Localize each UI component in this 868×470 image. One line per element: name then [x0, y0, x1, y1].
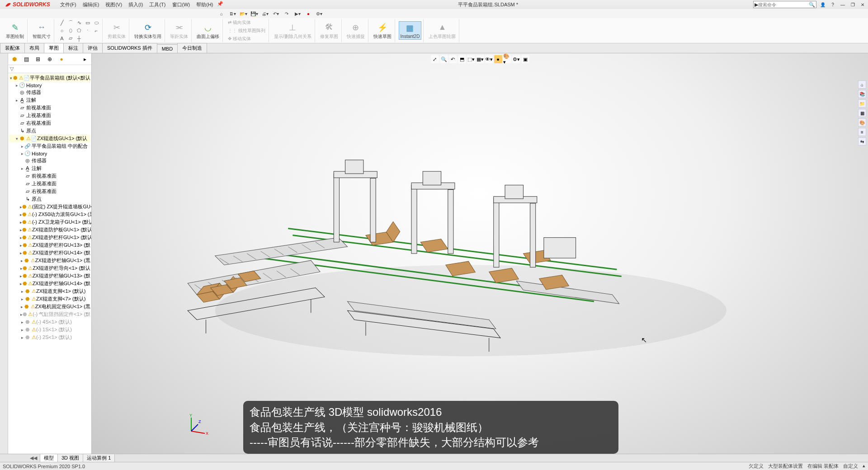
arc-tool[interactable]: ⌒ [66, 19, 75, 27]
new-icon[interactable]: 🗎▾ [228, 9, 237, 18]
orientation-triad[interactable]: Y X Z [187, 413, 209, 436]
display-tab-icon[interactable]: ⊕ [45, 55, 54, 64]
tree-part-item[interactable]: ▸⬣⚠(-) 气缸阻挡固定件<1> (默 [9, 310, 90, 318]
tree-part-item[interactable]: ▸⬣⚠ZX辊道支脚<7> (默认) [9, 295, 90, 303]
tree-part-item[interactable]: ▸⬣⚠ZX辊道防护板GU<1> (默认 [9, 226, 90, 234]
properties-tab-icon[interactable]: ⊞ [33, 55, 42, 64]
search-input[interactable] [758, 2, 809, 7]
help-icon[interactable]: ? [829, 1, 836, 8]
tree-part-item[interactable]: ▸⬣⚠(-) 2S<1> (默认) [9, 334, 90, 341]
tab-annotate[interactable]: 标注 [63, 43, 83, 53]
restore-button[interactable]: ❐ [849, 1, 856, 8]
menu-tools[interactable]: 工具(T) [146, 1, 168, 9]
tab-today[interactable]: 今日制造 [177, 43, 207, 53]
print-icon[interactable]: 🖨▾ [260, 9, 269, 18]
polygon-tool[interactable]: ⬠ [75, 27, 83, 34]
plane-tool[interactable]: ▱ [66, 35, 75, 42]
tab-3dview[interactable]: 3D 视图 [57, 454, 83, 462]
tree-expand-icon[interactable]: ▸ [80, 55, 90, 64]
trim-button[interactable]: ✂剪裁实体 [106, 21, 127, 40]
tree-part-item[interactable]: ▸⬣⚠ZX辊道支脚<1> (默认) [9, 287, 90, 295]
fillet-tool[interactable]: ⌐ [92, 27, 100, 34]
tree-annotations2[interactable]: ▸A̲注解 [9, 164, 90, 172]
redo-icon[interactable]: ↷ [282, 9, 291, 18]
tree-part-item[interactable]: ▸⬣⚠(-) ZX卫龙箱子GU<1> (默认 [9, 218, 90, 226]
tab-layout[interactable]: 布局 [24, 43, 44, 53]
tree-right-plane[interactable]: ▱右视基准面 [9, 119, 90, 127]
tree-top2[interactable]: ▱上视基准面 [9, 180, 90, 188]
tree-part-item[interactable]: ▸⬣⚠(固定) ZX提升辊道墙板GU< [9, 203, 90, 211]
menu-window[interactable]: 窗口(W) [170, 1, 193, 9]
tab-model[interactable]: 模型 [40, 454, 58, 462]
graphics-viewport[interactable]: ⤢ 🔍 ↶ ⬒ ⬚▾ ▦▾ 👁▾ ● 🎨▾ ⚙▾ ▣ ⌂ 📚 📁 ▦ 🎨 ≡ ⇆ [92, 53, 868, 454]
rapid-sketch-button[interactable]: ⚡快速草图 [372, 21, 393, 40]
sketch-draw-button[interactable]: ✎ 草图绘制 [5, 21, 25, 40]
appearance-tab-icon[interactable]: ● [57, 55, 66, 64]
tree-sensors[interactable]: ◎传感器 [9, 89, 90, 96]
tree-part-item[interactable]: ▸⬣⚠ZX辊道护栏杆GU<13> (默 [9, 241, 90, 249]
instant2d-button[interactable]: ▦Instant2D [399, 21, 422, 40]
offset-surface-button[interactable]: ◡曲面上偏移 [195, 21, 221, 40]
text-tool[interactable]: A [58, 35, 66, 42]
line-tool[interactable]: ╱ [58, 19, 66, 27]
tree-right2[interactable]: ▱右视基准面 [9, 188, 90, 195]
tree-history[interactable]: ▸🕑History [9, 82, 90, 89]
tree-origin2[interactable]: ↳原点 [9, 195, 90, 203]
close-button[interactable]: ✕ [859, 1, 866, 8]
tree-part-item[interactable]: ▸⬣⚠ZX辊道护栏轴GU<13> (默 [9, 272, 90, 280]
offset-button[interactable]: ⫘等距实体 [169, 21, 189, 40]
spline-tool[interactable]: ∿ [75, 19, 83, 27]
tree-part-item[interactable]: ▸⬣⚠(-) 4S<1> (默认) [9, 318, 90, 326]
tree-part-item[interactable]: ▸⬣⚠ZX辊道护栏轴GU<1> (黒 [9, 257, 90, 264]
menu-insert[interactable]: 插入(I) [126, 1, 146, 9]
tree-subassembly[interactable]: ▾⬢⚠📄ZX辊道线GU<1> (默认 [9, 135, 90, 142]
menu-file[interactable]: 文件(F) [57, 1, 79, 9]
slot-tool[interactable]: ⬭ [92, 19, 100, 27]
quick-snap-button[interactable]: ⊕快速捕捉 [345, 21, 366, 40]
rebuild-icon[interactable]: ● [304, 9, 313, 18]
tree-top-plane[interactable]: ▱上视基准面 [9, 112, 90, 119]
feature-tree-tab-icon[interactable]: ⬢ [10, 55, 19, 64]
tree-part-item[interactable]: ▸⬣⚠(-) 1S<1> (默认) [9, 326, 90, 334]
menu-help[interactable]: 帮助(H) [193, 1, 216, 9]
minimize-button[interactable]: — [839, 1, 846, 8]
linear-pattern-button[interactable]: ⋮⋮ 线性草图阵列 [226, 27, 267, 34]
tab-evaluate[interactable]: 评估 [83, 43, 103, 53]
feature-tree[interactable]: ▾⬢⚠📄平平食品装箱组 (默认<默认 ▸🕑History ◎传感器 ▸A̲注解 … [8, 73, 91, 454]
tab-mbd[interactable]: MBD [157, 44, 178, 53]
side-tab-strip[interactable] [0, 53, 8, 454]
tree-filter[interactable]: ▽ [8, 65, 91, 73]
search-glass-icon[interactable]: 🔍 [809, 2, 815, 8]
save-icon[interactable]: 💾▾ [250, 9, 259, 18]
menu-view[interactable]: 视图(V) [103, 1, 125, 9]
convert-entities-button[interactable]: ⟳转换实体引用 [133, 21, 163, 40]
rect-tool[interactable]: ▭ [84, 19, 92, 27]
smart-dimension-button[interactable]: ↔ 智能尺寸 [31, 21, 52, 40]
ellipse-tool[interactable]: ⬯ [66, 27, 75, 34]
tree-part-item[interactable]: ▸⬣⚠ZX辊道护栏轴GU<14> (默 [9, 280, 90, 287]
status-custom[interactable]: 自定义 [843, 463, 858, 470]
undo-icon[interactable]: ↶▾ [271, 9, 280, 18]
options-icon[interactable]: ⚙▾ [315, 9, 324, 18]
select-icon[interactable]: ▶▾ [293, 9, 302, 18]
tree-part-item[interactable]: ▸⬣⚠ZX电机固定座GU<1> (黒 [9, 303, 90, 310]
tree-origin[interactable]: ↳原点 [9, 127, 90, 135]
status-large-assembly[interactable]: 大型装配体设置 [768, 463, 803, 470]
centerline-tool[interactable]: ┼ [75, 35, 83, 42]
tree-sensors2[interactable]: ◎传感器 [9, 157, 90, 164]
status-arrow-icon[interactable]: ▴ [863, 463, 865, 470]
open-icon[interactable]: 📂▾ [239, 9, 248, 18]
tab-addins[interactable]: SOLIDWORKS 插件 [102, 43, 157, 53]
tree-history2[interactable]: ▸🕑History [9, 150, 90, 157]
tab-sketch[interactable]: 草图 [44, 43, 64, 53]
tree-front-plane[interactable]: ▱前视基准面 [9, 104, 90, 112]
tab-assembly[interactable]: 装配体 [0, 43, 25, 53]
point-tool[interactable]: ⋅ [84, 27, 92, 34]
home-icon[interactable]: ⌂ [217, 9, 226, 18]
tree-front2[interactable]: ▱前视基准面 [9, 172, 90, 180]
tree-root[interactable]: ▾⬢⚠📄平平食品装箱组 (默认<默认 [9, 74, 90, 82]
tree-part-item[interactable]: ▸⬣⚠ZX辊道护栏导向<1> (默认 [9, 264, 90, 272]
tree-part-item[interactable]: ▸⬣⚠(-) ZX50动力滚筒GU<1> (黒 [9, 211, 90, 218]
user-icon[interactable]: 👤 [819, 1, 826, 8]
relations-button[interactable]: ⊥显示/删除几何关系 [273, 21, 313, 40]
